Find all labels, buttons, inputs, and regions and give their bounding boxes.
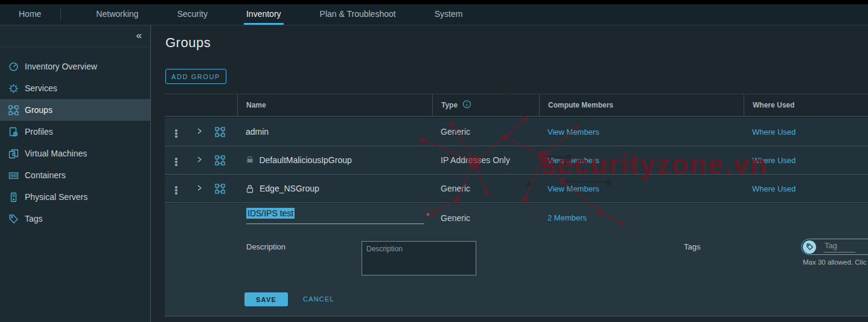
table-row: ••• Edge_NSGroup Generic View Members Wh… <box>165 175 868 203</box>
gauge-icon <box>8 62 19 72</box>
group-type: Generic <box>432 175 539 202</box>
sidebar-item-tags[interactable]: Tags <box>0 208 150 230</box>
app-window: Home Networking Security Inventory Plan … <box>0 0 868 322</box>
sidebar-item-label: Services <box>25 83 57 93</box>
main-content: Groups ADD GROUP Name Type Compute Membe… <box>165 25 868 322</box>
required-marker: * <box>426 211 429 221</box>
table-header: Name Type Compute Members Where Used <box>165 94 868 117</box>
tag-input[interactable]: Tag <box>801 239 868 255</box>
group-type-icon <box>211 127 229 137</box>
top-nav: Home Networking Security Inventory Plan … <box>0 0 868 25</box>
server-icon <box>8 192 19 202</box>
sidebar-item-label: Containers <box>25 170 66 180</box>
table-row: ••• admin Generic View Members Where Use… <box>165 118 868 146</box>
cancel-button[interactable]: CANCEL <box>303 295 334 303</box>
expand-chevron-icon[interactable] <box>188 155 211 166</box>
group-name-input[interactable]: IDS/IPS test <box>246 208 424 224</box>
description-textarea[interactable] <box>362 241 476 275</box>
where-used-link[interactable]: Where Used <box>752 184 796 193</box>
row-actions: ••• <box>165 146 237 174</box>
kebab-menu-icon[interactable]: ••• <box>165 127 188 137</box>
tag-icon <box>8 214 19 224</box>
group-edit-panel: IDS/IPS test * Generic 2 Members Descrip… <box>165 204 868 317</box>
row-actions: ••• <box>165 175 237 202</box>
add-group-button[interactable]: ADD GROUP <box>165 69 226 84</box>
sidebar-item-label: Physical Servers <box>25 192 88 202</box>
description-label: Description <box>246 242 286 251</box>
expand-chevron-icon[interactable] <box>188 184 211 194</box>
nav-home[interactable]: Home <box>16 4 43 25</box>
nav-inventory[interactable]: Inventory <box>244 4 284 25</box>
nav-security[interactable]: Security <box>174 4 210 25</box>
column-compute-members[interactable]: Compute Members <box>539 94 744 116</box>
lock-icon <box>246 184 254 193</box>
malicious-icon: ☠ <box>246 155 254 166</box>
group-name[interactable]: Edge_NSGroup <box>260 184 319 193</box>
nav-divider <box>60 8 61 21</box>
collapse-sidebar-icon[interactable]: « <box>136 30 142 42</box>
sidebar-item-label: Virtual Machines <box>25 149 87 158</box>
tags-hint: Max 30 allowed. Clic <box>803 259 866 266</box>
sidebar-item-label: Inventory Overview <box>25 62 97 71</box>
sidebar-item-profiles[interactable]: Profiles <box>0 121 150 143</box>
view-members-link[interactable]: View Members <box>547 184 599 193</box>
sidebar-item-groups[interactable]: Groups <box>0 99 150 121</box>
group-type-icon <box>211 184 229 194</box>
containers-icon <box>8 170 19 181</box>
sidebar-header: « <box>0 25 150 47</box>
row-actions: ••• <box>165 118 237 146</box>
group-type: Generic <box>432 118 539 146</box>
info-icon[interactable] <box>462 100 471 111</box>
column-name[interactable]: Name <box>237 94 432 116</box>
where-used-link[interactable]: Where Used <box>752 127 796 137</box>
profiles-icon <box>8 127 19 137</box>
view-members-link[interactable]: View Members <box>547 156 599 165</box>
edit-group-type: Generic <box>441 213 470 223</box>
members-count-link[interactable]: 2 Members <box>547 213 587 222</box>
sidebar-item-label: Tags <box>25 214 43 224</box>
sidebar-item-containers[interactable]: Containers <box>0 164 150 186</box>
group-type-icon <box>211 155 229 166</box>
where-used-link[interactable]: Where Used <box>752 156 796 165</box>
group-name[interactable]: admin <box>246 127 269 137</box>
nav-plan-troubleshoot[interactable]: Plan & Troubleshoot <box>318 4 398 25</box>
save-button[interactable]: SAVE <box>244 292 288 306</box>
sidebar-item-label: Groups <box>25 105 53 115</box>
group-type: IP Addresses Only <box>432 146 539 174</box>
kebab-menu-icon[interactable]: ••• <box>165 156 188 165</box>
kebab-menu-icon[interactable]: ••• <box>165 184 188 193</box>
nav-networking[interactable]: Networking <box>94 4 141 25</box>
sidebar-item-services[interactable]: Services <box>0 77 150 99</box>
view-members-link[interactable]: View Members <box>547 127 599 137</box>
sidebar-item-virtual-machines[interactable]: Virtual Machines <box>0 143 150 164</box>
page-title: Groups <box>165 35 211 51</box>
group-name-value: IDS/IPS test <box>246 208 295 219</box>
tags-label: Tags <box>684 242 700 251</box>
column-type[interactable]: Type <box>432 94 539 116</box>
sidebar-item-inventory-overview[interactable]: Inventory Overview <box>0 56 150 77</box>
column-where-used[interactable]: Where Used <box>744 94 868 116</box>
vm-icon <box>8 149 19 159</box>
nav-system[interactable]: System <box>432 4 465 25</box>
table-row: ••• ☠ DefaultMaliciousIpGroup IP Address… <box>165 146 868 175</box>
sidebar-item-label: Profiles <box>25 127 53 137</box>
gear-icon <box>8 83 19 94</box>
sidebar-menu: Inventory Overview Services Groups Profi… <box>0 47 150 230</box>
tag-placeholder: Tag <box>823 241 855 253</box>
tag-badge-icon <box>803 240 816 254</box>
column-actions <box>165 94 237 116</box>
groups-icon <box>8 105 19 115</box>
sidebar: « Inventory Overview Services Groups <box>0 25 151 322</box>
sidebar-item-physical-servers[interactable]: Physical Servers <box>0 186 150 208</box>
expand-chevron-icon[interactable] <box>188 127 211 137</box>
group-name[interactable]: DefaultMaliciousIpGroup <box>259 155 351 165</box>
